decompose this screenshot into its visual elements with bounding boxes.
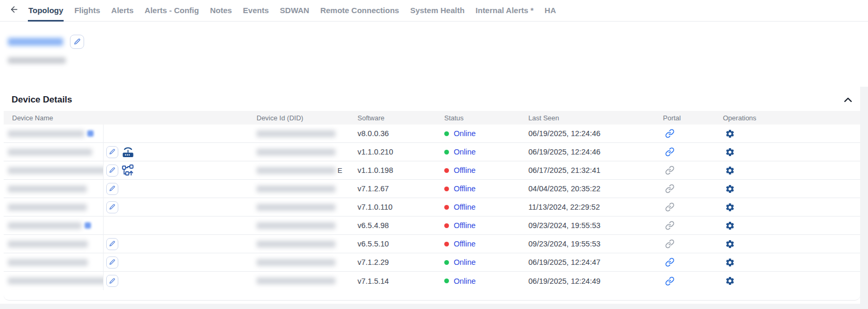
software-version: v6.5.4.98 [358,221,389,230]
edit-device-button[interactable] [106,164,118,177]
entity-subtitle-redacted [8,57,66,64]
software-version: v7.1.5.14 [358,277,389,285]
operations-button[interactable] [723,127,737,140]
software-version: v6.5.5.10 [358,240,389,248]
operations-button[interactable] [723,219,737,232]
portal-link[interactable] [663,145,677,159]
tab-flights[interactable]: Flights [74,0,100,22]
operations-button[interactable] [723,182,737,195]
portal-link[interactable] [663,274,677,288]
cell-last-seen: 09/23/2024, 19:55:53 [524,240,659,248]
operations-button[interactable] [723,237,737,251]
tab-notes[interactable]: Notes [209,0,232,22]
last-seen-text: 06/19/2025, 12:24:47 [528,258,600,266]
tab-sdwan[interactable]: SDWAN [279,0,310,22]
link-icon [665,184,675,193]
table-row: v7.1.5.14Online06/19/2025, 12:24:49 [4,272,860,290]
status-link[interactable]: Online [454,148,476,156]
cell-last-seen: 11/13/2024, 22:29:52 [524,203,659,211]
collapse-section-button[interactable] [840,94,856,106]
link-icon [665,239,675,249]
link-icon [665,166,675,175]
cell-last-seen: 06/19/2025, 12:24:46 [524,129,659,138]
entity-header [8,35,84,64]
portal-link[interactable] [663,127,677,140]
table-row: v7.1.0.110Offline11/13/2024, 22:29:52 [4,198,860,217]
tab-alerts-config[interactable]: Alerts - Config [144,0,199,22]
last-seen-text: 09/23/2024, 19:55:53 [528,221,600,230]
tab-events[interactable]: Events [242,0,269,22]
operations-button[interactable] [723,163,737,177]
gear-icon [725,258,735,267]
tab-ha[interactable]: HA [544,0,557,22]
cell-name-actions [104,146,252,158]
last-seen-text: 06/17/2025, 21:32:41 [528,166,600,174]
entity-title-redacted[interactable] [8,38,63,46]
cell-device-id [252,204,353,211]
cell-portal [659,127,719,140]
status-link[interactable]: Offline [454,184,476,193]
cell-status: Online [440,129,524,138]
name-info-badge[interactable] [87,130,94,137]
status-dot [444,168,449,173]
back-button[interactable] [8,4,21,17]
cell-portal [659,274,719,288]
status-link[interactable]: Online [454,258,476,266]
cell-operations [719,200,860,214]
top-nav: TopologyFlightsAlertsAlerts - ConfigNote… [0,0,868,22]
gear-icon [725,166,735,176]
cell-device-name [4,180,104,198]
name-info-badge[interactable] [85,222,91,229]
last-seen-text: 06/19/2025, 12:24:46 [528,148,600,156]
tab-bar: TopologyFlightsAlertsAlerts - ConfigNote… [28,0,557,22]
cell-software: v1.1.0.198 [353,166,440,174]
tab-alerts[interactable]: Alerts [111,0,135,22]
edit-device-button[interactable] [106,275,118,287]
bottom-scroll-gutter [0,304,868,309]
portal-link[interactable] [663,255,677,269]
operations-button[interactable] [723,145,737,159]
cell-status: Offline [440,240,524,248]
tab-system-health[interactable]: System Health [410,0,465,22]
cell-portal [659,200,719,214]
operations-button[interactable] [723,274,737,288]
status-link[interactable]: Offline [454,203,476,211]
status-link[interactable]: Offline [454,166,476,174]
tab-topology[interactable]: Topology [28,0,64,22]
status-dot [444,242,449,246]
tab-remote-connections[interactable]: Remote Connections [320,0,400,22]
status-link[interactable]: Offline [454,240,476,248]
operations-button[interactable] [723,255,737,269]
redacted-device-name [8,222,81,229]
edit-device-button[interactable] [106,146,118,158]
col-header-portal: Portal [659,114,719,122]
edit-device-button[interactable] [106,256,118,269]
cell-device-name [4,161,104,180]
tab-internal-alerts[interactable]: Internal Alerts * [475,0,534,22]
edit-device-button[interactable] [106,238,118,250]
cell-operations [719,163,860,177]
operations-button[interactable] [723,200,737,214]
edit-device-button[interactable] [106,201,118,213]
link-icon [665,221,675,230]
redacted-device-id [257,130,335,137]
edit-device-button[interactable] [106,183,118,195]
cell-software: v8.0.0.36 [353,129,440,138]
cell-device-id: E [252,167,353,174]
status-link[interactable]: Offline [454,221,476,230]
software-version: v7.1.0.110 [358,203,393,211]
redacted-device-name [8,167,104,174]
status-link[interactable]: Online [454,277,476,285]
cell-operations [719,274,860,288]
arrow-left-icon [9,5,19,16]
redacted-device-name [8,277,104,284]
cell-operations [719,145,860,159]
redacted-device-name [8,186,87,192]
topology-icon [122,164,134,176]
cell-portal [659,219,719,232]
edit-entity-button[interactable] [70,35,84,49]
cell-operations [719,255,860,269]
device-details-card: Device Details Device NameDevice Id (DID… [4,87,860,301]
portal-link [663,163,677,177]
status-link[interactable]: Online [454,129,476,138]
